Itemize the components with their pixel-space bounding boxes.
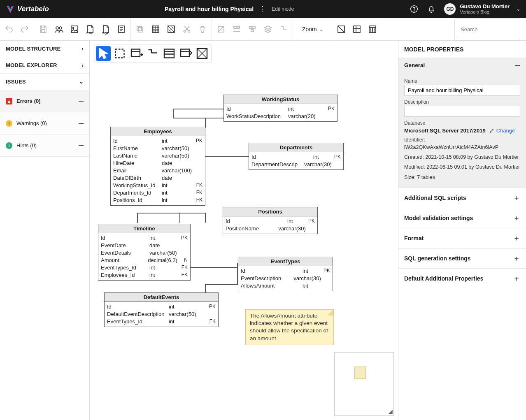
properties-title: MODEL PROPERTIES [398, 41, 526, 58]
table-column-row[interactable]: EventDatedate [101, 241, 188, 249]
section-additional-sql[interactable]: Additional SQL scripts＋ [398, 188, 526, 208]
name-label: Name [404, 78, 520, 84]
table-column-row[interactable]: IdintPK [241, 267, 330, 274]
table-column-row[interactable]: IdintPK [251, 153, 341, 160]
table-column-row[interactable]: Positions_IdintFK [113, 196, 202, 204]
edit-mode-label[interactable]: Edit mode [272, 6, 294, 12]
brand-logo[interactable]: Vertabelo [6, 5, 49, 14]
help-icon[interactable] [410, 5, 419, 14]
minimap[interactable]: ◢ [334, 352, 394, 416]
hints-row[interactable]: iHints (0) [0, 135, 89, 157]
name-input[interactable] [404, 85, 520, 96]
search-box[interactable]: CTRL + F [454, 18, 520, 40]
xml-export-button[interactable] [116, 24, 126, 34]
grid1-button[interactable] [336, 24, 346, 34]
plus-icon: ＋ [513, 213, 520, 223]
table-column-row[interactable]: DepartmentDescripvarchar(30) [251, 160, 341, 168]
table-column-row[interactable]: WorkStatusDescriptionvarchar(20) [226, 112, 335, 120]
select-tool[interactable] [96, 46, 111, 61]
section-default-props[interactable]: Default Additional Properties＋ [398, 268, 526, 288]
bell-icon[interactable] [427, 5, 436, 14]
table-column-row[interactable]: Amountdecimal(6,2)N [101, 256, 188, 264]
cut-button[interactable] [182, 24, 192, 34]
save-button[interactable] [38, 24, 48, 34]
pattern1-button[interactable] [151, 24, 161, 34]
modified-text: Modified: 2022-06-15 09:01 by Gustavo Du… [404, 163, 520, 171]
model-structure-toggle[interactable]: MODEL STRUCTURE › [0, 41, 89, 57]
marquee-tool[interactable] [112, 46, 127, 61]
svg-rect-2 [42, 30, 45, 32]
pdf-export-button[interactable]: PDF [85, 24, 95, 34]
general-section-toggle[interactable]: General [398, 58, 526, 72]
svg-rect-9 [137, 26, 142, 31]
table-column-row[interactable]: IdintPK [113, 137, 202, 144]
grid3-button[interactable] [368, 24, 377, 34]
canvas-note[interactable]: The AllowsAmount attribute indicates whe… [245, 309, 334, 345]
table-column-row[interactable]: EventTypes_IdintFK [101, 264, 188, 271]
table-column-row[interactable]: AllowsAmountbit [241, 282, 330, 289]
table-column-row[interactable]: FirstNamevarchar(50) [113, 144, 202, 152]
table-column-row[interactable]: Employees_IdintFK [101, 271, 188, 278]
table-timeline[interactable]: Timeline IdintPKEventDatedateEventDetail… [98, 224, 191, 281]
share-button[interactable] [54, 24, 64, 34]
align-horizontal-button[interactable] [232, 24, 242, 34]
doc-menu-icon[interactable]: ⋮ [259, 6, 266, 12]
search-input[interactable] [461, 26, 526, 32]
table-column-row[interactable]: DefaultEventDescriptionvarchar(50) [107, 310, 216, 318]
section-validation[interactable]: Model validation settings＋ [398, 208, 526, 228]
table-column-row[interactable]: Departments_IdintFK [113, 189, 202, 196]
table-column-row[interactable]: IdintPK [226, 105, 335, 112]
grid2-button[interactable] [352, 24, 362, 34]
zoom-dropdown[interactable]: Zoom ⌄ [293, 18, 332, 40]
table-column-row[interactable]: IdintPK [107, 303, 216, 310]
table-column-row[interactable]: EventDetailsvarchar(50) [101, 249, 188, 256]
change-database-button[interactable]: Change [489, 128, 515, 134]
svg-rect-21 [354, 26, 360, 32]
canvas[interactable]: Employees IdintPKFirstNamevarchar(50)Las… [90, 41, 398, 420]
layers-button[interactable] [263, 24, 273, 34]
section-format[interactable]: Format＋ [398, 228, 526, 248]
table-column-row[interactable]: LastNamevarchar(50) [113, 152, 202, 159]
resize-handle-icon[interactable]: ◢ [388, 408, 393, 415]
table-defaultevents[interactable]: DefaultEvents IdintPKDefaultEventDescrip… [104, 292, 219, 327]
table-column-row[interactable]: PositionNamevarchar(30) [226, 225, 315, 232]
table-column-row[interactable]: WorkingStatus_IdintFK [113, 181, 202, 189]
table-workingstatus[interactable]: WorkingStatus IdintPKWorkStatusDescripti… [223, 95, 337, 122]
issues-toggle[interactable]: ISSUES ⌄ [0, 74, 89, 90]
add-table-tool[interactable] [129, 46, 144, 61]
table-column-row[interactable]: HireDatedate [113, 159, 202, 167]
align1-button[interactable] [216, 24, 226, 34]
warnings-row[interactable]: !Warnings (0) [0, 112, 89, 135]
model-explorer-toggle[interactable]: MODEL EXPLORER › [0, 57, 89, 74]
sql-export-button[interactable]: SQL [101, 24, 111, 34]
delete-button[interactable] [198, 24, 207, 34]
database-value: Microsoft SQL Server 2017/2019 [404, 128, 486, 134]
copy-button[interactable] [135, 24, 145, 34]
table-column-row[interactable]: EventTypes_IdintFK [107, 318, 216, 325]
undo-button[interactable] [4, 24, 14, 34]
table-column-row[interactable]: IdintPK [226, 217, 315, 225]
align-vertical-button[interactable] [247, 24, 257, 34]
table-column-row[interactable]: EventDescriptionvarchar(30) [241, 274, 330, 282]
image-export-button[interactable] [70, 24, 79, 34]
table-column-row[interactable]: DateOfBirthdate [113, 174, 202, 181]
relation-tool[interactable] [145, 46, 160, 61]
created-text: Created: 2021-10-15 08:09 by Gustavo Du … [404, 153, 520, 161]
user-menu[interactable]: GD Gustavo Du Mortier Vertabelo Blog ⌄ [444, 3, 520, 15]
table-column-row[interactable]: IdintPK [101, 234, 188, 241]
table-eventtypes[interactable]: EventTypes IdintPKEventDescriptionvarcha… [238, 257, 333, 291]
area-tool[interactable] [195, 46, 209, 61]
pattern2-button[interactable] [166, 24, 176, 34]
redo-button[interactable] [20, 24, 30, 34]
table-column-row[interactable]: Emailvarchar(100) [113, 167, 202, 174]
user-name: Gustavo Du Mortier [460, 3, 510, 10]
connector-button[interactable] [279, 24, 289, 34]
errors-row[interactable]: ▲Errors (0) [0, 90, 89, 112]
table-positions[interactable]: Positions IdintPKPositionNamevarchar(30) [223, 207, 318, 234]
note-tool[interactable] [178, 46, 193, 61]
table-departments[interactable]: Departments IdintPKDepartmentDescripvarc… [249, 143, 344, 170]
description-input[interactable] [404, 106, 520, 117]
view-tool[interactable] [162, 46, 177, 61]
table-employees[interactable]: Employees IdintPKFirstNamevarchar(50)Las… [110, 127, 205, 206]
section-sql-gen[interactable]: SQL generation settings＋ [398, 248, 526, 268]
